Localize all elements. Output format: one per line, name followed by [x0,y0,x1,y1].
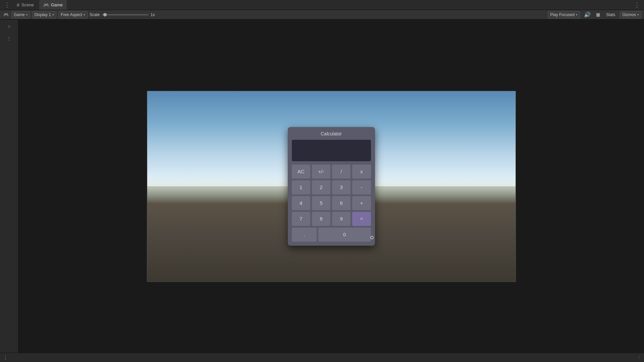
calc-btn-4[interactable]: 4 [292,196,310,210]
tab-game[interactable]: 🎮 Game [39,0,67,10]
scale-slider[interactable] [102,14,149,15]
play-focused-dropdown[interactable]: Play Focused ▾ [548,11,580,18]
tab-scene-label: Scene [21,2,34,7]
calc-btn-dot[interactable]: . [292,228,317,242]
stats-btn[interactable]: Stats [604,12,617,18]
calc-btn-1[interactable]: 1 [292,180,310,194]
calc-btn-ac[interactable]: AC [292,165,310,179]
toolbar: 🎮 Game ▾ Display 1 ▾ Free Aspect ▾ Scale… [0,10,644,19]
tab-game-label: Game [51,2,63,7]
scale-label: Scale [90,12,100,17]
play-focused-arrow: ▾ [576,13,578,16]
scale-value: 1x [151,12,155,17]
calc-row-5: . 0 [292,228,371,242]
tab-bar-overflow-icon[interactable]: ⋮ [633,1,641,9]
calculator-widget: Calculator AC +/- / x 1 2 3 - [288,127,375,246]
calculator-buttons: AC +/- / x 1 2 3 - 4 5 6 + [292,165,371,242]
game-canvas: Calculator AC +/- / x 1 2 3 - [147,91,516,282]
left-panel-move-icon[interactable]: ⊹ [4,21,14,32]
calc-btn-9[interactable]: 9 [332,212,351,226]
grid-icon-btn[interactable]: ▦ [595,11,601,18]
calc-btn-3[interactable]: 3 [332,180,351,194]
calc-btn-8[interactable]: 8 [312,212,330,226]
game-controller-icon: 🎮 [43,2,49,8]
calc-row-1: AC +/- / x [292,165,371,179]
game-dropdown-label: Game [14,12,25,17]
play-focused-label: Play Focused [550,12,575,17]
tab-bar: ⋮ # Scene 🎮 Game ⋮ [0,0,644,10]
game-dropdown-arrow: ▾ [26,13,28,16]
calc-btn-2[interactable]: 2 [312,180,330,194]
sound-icon-btn[interactable]: 🔊 [583,11,592,18]
display-dropdown[interactable]: Display 1 ▾ [32,11,56,18]
calc-btn-6[interactable]: 6 [332,196,351,210]
scene-hash-icon: # [17,2,19,8]
calc-btn-multiply[interactable]: x [352,165,371,179]
calc-row-2: 1 2 3 - [292,180,371,194]
display-dropdown-arrow: ▾ [52,13,54,16]
left-panel-more-icon[interactable]: ⋮ [4,33,14,44]
tab-bar-more-icon[interactable]: ⋮ [3,1,11,9]
calc-btn-minus[interactable]: - [352,180,371,194]
left-panel: ⊹ ⋮ [0,20,18,353]
calc-btn-7[interactable]: 7 [292,212,310,226]
toolbar-game-icon: 🎮 [3,11,9,18]
gizmos-dropdown[interactable]: Gizmos ▾ [620,11,641,18]
aspect-dropdown-label: Free Aspect [61,12,82,17]
game-dropdown[interactable]: Game ▾ [11,11,30,18]
gizmos-label: Gizmos [622,12,636,17]
calc-btn-divide[interactable]: / [332,165,351,179]
scale-group: Scale 1x [90,12,155,17]
status-bar-dots-left[interactable]: ⋮ [3,354,8,361]
calc-btn-equals[interactable]: = [352,212,371,226]
status-bar-dots-right[interactable]: ⋮ [638,355,641,360]
display-dropdown-label: Display 1 [35,12,51,17]
aspect-dropdown[interactable]: Free Aspect ▾ [58,11,88,18]
calc-row-4: 7 8 9 = [292,212,371,226]
calc-btn-plusminus[interactable]: +/- [312,165,330,179]
viewport-area: Calculator AC +/- / x 1 2 3 - [18,20,644,353]
toolbar-right: Play Focused ▾ 🔊 ▦ Stats Gizmos ▾ [548,11,641,18]
calculator-display [292,140,371,161]
gizmos-arrow: ▾ [637,13,639,16]
status-bar: ⋮ ⋮ [0,353,644,362]
status-bar-right: ⋮ [638,355,641,360]
scale-slider-thumb [103,13,107,16]
aspect-dropdown-arrow: ▾ [84,13,85,16]
calc-btn-5[interactable]: 5 [312,196,330,210]
calc-btn-0[interactable]: 0 [318,228,371,242]
calculator-title: Calculator [292,131,371,136]
calc-btn-plus[interactable]: + [352,196,371,210]
calc-row-3: 4 5 6 + [292,196,371,210]
tab-scene[interactable]: # Scene [13,0,38,10]
